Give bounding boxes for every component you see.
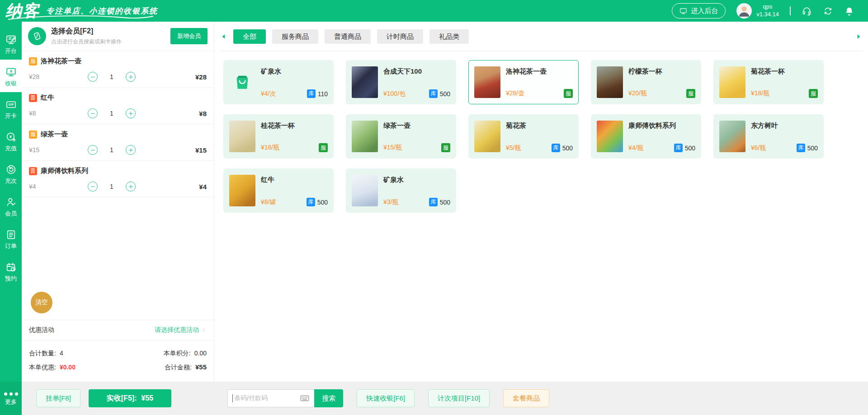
sidebar-item[interactable]: 开台 <box>0 27 22 60</box>
item-type-badge: 服 <box>29 57 37 65</box>
notification-bell-icon[interactable] <box>844 6 854 16</box>
cart-item: 普 红牛 ¥8 1 ¥8 <box>22 88 214 124</box>
quick-cash-button[interactable]: 快速收银[F6] <box>357 389 415 407</box>
cart-item-qty: 1 <box>109 183 114 190</box>
category-tab[interactable]: 全部 <box>233 29 266 44</box>
product-name: 矿泉水 <box>261 67 328 76</box>
appointment-icon <box>5 261 17 273</box>
increase-qty-button[interactable] <box>126 145 136 155</box>
product-image <box>229 66 255 98</box>
sidebar-item[interactable]: 收银 <box>0 60 22 92</box>
product-card[interactable]: 菊花茶 ¥5/瓶 库 500 <box>468 114 579 159</box>
product-image <box>474 121 500 152</box>
product-card[interactable]: 矿泉水 ¥4/次 库 110 <box>223 60 334 104</box>
member-card-icon <box>28 27 46 45</box>
tagline-underline-swoosh <box>6 14 156 21</box>
sidebar-item-label: 预约 <box>5 275 17 281</box>
minus-icon <box>90 111 96 117</box>
barcode-input[interactable]: 条码/付款码 <box>227 389 314 407</box>
product-name: 康师傅饮料系列 <box>628 121 695 130</box>
category-tab[interactable]: 普通商品 <box>325 29 371 44</box>
count-item-button[interactable]: 计次项目[F10] <box>428 389 490 407</box>
sidebar-item[interactable]: 充值 <box>0 125 22 157</box>
sync-icon[interactable] <box>823 6 833 16</box>
product-card[interactable]: 东方树叶 ¥6/瓶 库 500 <box>713 114 824 159</box>
cart-list: 服 洛神花茶一壶 ¥28 1 ¥28 普 红牛 <box>22 51 214 292</box>
category-tabs-bar: 全部 服务商品 普通商品 计时商品 礼品类 <box>220 22 863 51</box>
product-card[interactable]: 菊花茶一杯 ¥18/瓶 服 <box>713 60 824 104</box>
add-member-button[interactable]: 新增会员 <box>170 28 208 44</box>
search-button[interactable]: 搜索 <box>314 389 343 407</box>
product-image <box>597 121 623 152</box>
sidebar-item[interactable]: 会员 <box>0 190 22 222</box>
product-price: ¥5/瓶 <box>506 144 521 152</box>
product-card[interactable]: 桂花茶一杯 ¥18/瓶 服 <box>223 114 334 159</box>
category-tab[interactable]: 服务商品 <box>272 29 318 44</box>
chevron-right-icon <box>200 327 207 333</box>
increase-qty-button[interactable] <box>126 108 136 118</box>
service-badge: 服 <box>564 89 573 98</box>
sidebar-item[interactable]: 开卡 <box>0 92 22 125</box>
next-categories-arrow[interactable] <box>855 33 862 40</box>
pay-button[interactable]: 实收[F5]: ¥55 <box>89 389 171 407</box>
decrease-qty-button[interactable] <box>88 72 98 82</box>
select-member-bar[interactable]: 选择会员[F2] 点击进行会员搜索或刷卡操作 新增会员 <box>22 22 214 51</box>
decrease-qty-button[interactable] <box>88 145 98 155</box>
text-cursor <box>232 394 233 402</box>
product-card[interactable]: 绿茶一壶 ¥15/瓶 服 <box>346 114 456 159</box>
prev-categories-arrow[interactable] <box>221 33 227 40</box>
minus-icon <box>90 184 96 190</box>
product-card[interactable]: 红牛 ¥8/罐 库 500 <box>223 168 334 213</box>
service-badge: 服 <box>809 89 818 98</box>
stock-badge: 库 <box>552 144 560 152</box>
product-name: 菊花茶一杯 <box>751 67 818 76</box>
minus-icon <box>90 74 96 80</box>
cart-item-unit-price: ¥4 <box>29 183 78 190</box>
sidebar-item[interactable]: 预约 <box>0 255 22 287</box>
cart-item: 普 康师傅饮料系列 ¥4 1 ¥4 <box>22 161 214 197</box>
cart-item-name: 康师傅饮料系列 <box>41 167 88 175</box>
select-member-title: 选择会员[F2] <box>51 27 165 36</box>
product-card[interactable]: 合成天下100 ¥100/包 库 500 <box>346 60 456 104</box>
product-card[interactable]: 洛神花茶一壶 ¥28/壶 服 <box>468 60 579 104</box>
enter-backend-button[interactable]: 进入后台 <box>672 3 726 19</box>
stock-info: 库 500 <box>429 89 450 98</box>
cashier-icon <box>5 66 17 78</box>
decrease-qty-button[interactable] <box>88 108 98 118</box>
cart-item-total: ¥8 <box>199 110 207 117</box>
increase-qty-button[interactable] <box>126 182 136 191</box>
user-account[interactable]: qps v1.34.14 <box>736 3 779 19</box>
sidebar-item-more[interactable]: 更多 <box>0 382 22 415</box>
member-icon <box>5 196 17 208</box>
select-promo-link[interactable]: 请选择优惠活动 <box>155 326 207 334</box>
product-card[interactable]: 康师傅饮料系列 ¥4/瓶 库 500 <box>591 114 701 159</box>
product-image <box>597 66 623 98</box>
keyboard-icon[interactable] <box>300 393 310 403</box>
product-image <box>352 121 378 152</box>
stock-badge: 库 <box>429 89 438 98</box>
sidebar-nav: 开台 收银 开卡 充值 充次 会员 订单 <box>0 22 22 415</box>
total-qty-value: 4 <box>60 350 63 357</box>
sidebar-item[interactable]: 订单 <box>0 222 22 255</box>
product-price: ¥28/壶 <box>506 89 524 98</box>
clear-cart-button[interactable]: 清空 <box>31 292 52 313</box>
hold-order-button[interactable]: 挂单[F8] <box>36 389 80 407</box>
category-tab[interactable]: 计时商品 <box>377 29 423 44</box>
category-tab[interactable]: 礼品类 <box>429 29 469 44</box>
product-card[interactable]: 柠檬茶一杯 ¥20/瓶 服 <box>591 60 701 104</box>
product-card[interactable]: 矿泉水 ¥3/瓶 库 500 <box>346 168 456 213</box>
points-label: 本单积分: <box>164 350 191 358</box>
cart-item-name: 红牛 <box>41 93 54 102</box>
decrease-qty-button[interactable] <box>88 182 98 191</box>
product-image <box>719 66 745 98</box>
cart-item-total: ¥28 <box>195 73 207 81</box>
cart-totals: 合计数量:4 本单积分:0.00 本单优惠:¥0.00 合计金额:¥55 <box>22 340 214 382</box>
brand: 纳客 专注单店、小连锁的收银系统 <box>5 0 158 22</box>
sidebar-item[interactable]: 充次 <box>0 157 22 190</box>
customer-service-icon[interactable] <box>802 6 812 16</box>
product-price: ¥100/包 <box>383 90 406 98</box>
increase-qty-button[interactable] <box>126 72 136 82</box>
combo-product-button[interactable]: 套餐商品 <box>503 389 549 407</box>
stock-count: 500 <box>807 145 818 152</box>
cart-item-name: 绿茶一壶 <box>41 130 68 139</box>
